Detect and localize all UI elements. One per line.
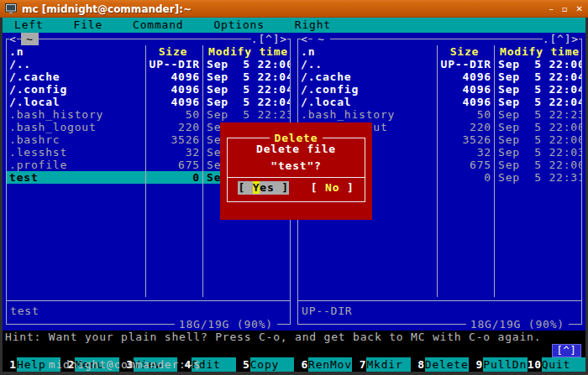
file-name: .bash_history xyxy=(7,108,145,121)
fkey-renmov[interactable]: 6RenMov xyxy=(294,357,352,372)
file-time xyxy=(202,221,290,234)
left-panel-path[interactable]: ~ xyxy=(21,33,39,45)
file-name: .bash_history xyxy=(298,108,437,121)
file-time: Sep 5 22:00 xyxy=(494,133,581,146)
fkey-label: RenMov xyxy=(308,357,352,372)
empty-row xyxy=(298,247,581,259)
right-mini-status: UP--DIR xyxy=(302,305,352,317)
file-name xyxy=(7,221,145,234)
file-time: Sep 5 22:00 xyxy=(494,58,581,70)
file-size xyxy=(437,234,494,247)
fkey-pulldn[interactable]: 9PullDn xyxy=(469,357,527,372)
yes-button[interactable]: [ Yes ] xyxy=(238,181,288,195)
file-size: 220 xyxy=(437,121,494,133)
file-size xyxy=(437,259,494,272)
mini-status-divider xyxy=(7,300,290,301)
menu-item-options[interactable]: Options xyxy=(213,18,264,33)
file-time xyxy=(494,259,581,272)
file-time xyxy=(202,234,290,247)
file-time xyxy=(202,284,290,297)
fkey-copy[interactable]: 5Copy xyxy=(236,357,294,372)
file-size: UP--DIR xyxy=(437,58,494,70)
file-row[interactable]: /.local4096Sep 5 22:04 xyxy=(298,96,581,108)
menu-item-right[interactable]: Right xyxy=(295,18,331,33)
fkey-label: Delete xyxy=(425,357,469,372)
panel-collapse-icon[interactable]: < xyxy=(9,33,17,45)
file-name xyxy=(298,221,437,234)
file-name xyxy=(298,272,437,284)
menu-item-left[interactable]: Left xyxy=(14,18,44,33)
file-time xyxy=(494,221,581,234)
scroll-up-indicator[interactable]: [^] xyxy=(552,344,581,357)
file-size: 4096 xyxy=(145,70,202,83)
file-time: Sep 5 22:04 xyxy=(202,83,290,96)
right-panel-path[interactable]: ~ xyxy=(312,33,330,45)
left-panel-header: .n Name Size Modify time xyxy=(7,45,290,58)
file-size: 3526 xyxy=(437,133,494,146)
file-time xyxy=(494,184,581,196)
file-row[interactable]: /.cache4096Sep 5 22:04 xyxy=(298,70,581,83)
fkey-delete[interactable]: 8Delete xyxy=(411,357,469,372)
column-header-size[interactable]: Size xyxy=(145,45,202,58)
file-size: 0 xyxy=(145,171,202,184)
file-time: Sep 5 22:03 xyxy=(494,146,581,159)
file-size: UP--DIR xyxy=(145,58,202,70)
file-size: 220 xyxy=(145,121,202,133)
file-size: 4096 xyxy=(145,83,202,96)
file-name xyxy=(7,209,145,221)
sort-indicator[interactable]: .n xyxy=(9,45,24,58)
file-size: 3526 xyxy=(145,133,202,146)
dialog-message-line1: Delete file xyxy=(228,143,365,155)
file-name: /.. xyxy=(7,58,145,70)
panel-up-icon[interactable]: .[^]> xyxy=(543,33,579,45)
empty-row xyxy=(298,234,581,247)
file-time: Sep 5 22:00 xyxy=(494,159,581,171)
column-header-size[interactable]: Size xyxy=(437,45,494,58)
file-size xyxy=(145,196,202,209)
sort-indicator[interactable]: .n xyxy=(301,45,315,58)
column-header-mtime[interactable]: Modify time xyxy=(494,45,581,58)
fkey-mkdir[interactable]: 7Mkdir xyxy=(352,357,410,372)
file-size: 4096 xyxy=(437,83,494,96)
file-row[interactable]: .bash_history50Sep 5 22:23 xyxy=(7,108,290,121)
fkey-quit[interactable]: 10Quit xyxy=(528,357,585,372)
file-size xyxy=(145,284,202,297)
file-name xyxy=(7,272,145,284)
menu-item-file[interactable]: File xyxy=(74,18,103,33)
file-name xyxy=(298,247,437,259)
command-line[interactable]: midnight@commander:~$ [^] xyxy=(3,343,585,357)
file-size xyxy=(437,209,494,221)
file-row[interactable]: .bash_history50Sep 5 22:23 xyxy=(298,108,581,121)
file-name: /.config xyxy=(7,83,145,96)
file-size: 32 xyxy=(145,146,202,159)
file-row[interactable]: /.cache4096Sep 5 22:04 xyxy=(7,70,290,83)
file-row[interactable]: /..UP--DIRSep 5 22:00 xyxy=(7,58,290,70)
file-name xyxy=(7,247,145,259)
file-row[interactable]: /.config4096Sep 5 22:04 xyxy=(7,83,290,96)
file-name: .profile xyxy=(7,159,145,171)
panel-up-icon[interactable]: .[^]> xyxy=(251,33,287,45)
menu-item-command[interactable]: Command xyxy=(133,18,183,33)
file-row[interactable]: /.local4096Sep 5 22:04 xyxy=(7,96,290,108)
file-name xyxy=(7,184,145,196)
panel-collapse-icon[interactable]: < xyxy=(301,33,308,45)
file-name: .bash_logout xyxy=(7,121,145,133)
column-header-mtime[interactable]: Modify time xyxy=(202,45,290,58)
no-hotkey: No xyxy=(325,181,339,194)
file-row[interactable]: /.config4096Sep 5 22:04 xyxy=(298,83,581,96)
file-size xyxy=(145,259,202,272)
file-time xyxy=(494,247,581,259)
close-button[interactable]: ✕ xyxy=(576,4,583,13)
file-size xyxy=(145,247,202,259)
menu-bar: LeftFileCommandOptionsRight xyxy=(3,18,585,33)
file-time: Sep 5 22:00 xyxy=(202,58,290,70)
minimize-button[interactable]: – xyxy=(549,4,554,13)
dialog-title: Delete xyxy=(270,132,323,144)
empty-row xyxy=(7,272,290,284)
file-name: /.local xyxy=(298,96,437,108)
no-button[interactable]: [ No ] xyxy=(311,181,354,195)
maximize-button[interactable]: ▫ xyxy=(562,4,568,13)
window-titlebar[interactable]: mc [midnight@commander]:~ – ▫ ✕ xyxy=(0,0,588,18)
hint-bar: Hint: Want your plain shell? Press C-o, … xyxy=(3,331,585,343)
file-row[interactable]: /..UP--DIRSep 5 22:00 xyxy=(298,58,581,70)
